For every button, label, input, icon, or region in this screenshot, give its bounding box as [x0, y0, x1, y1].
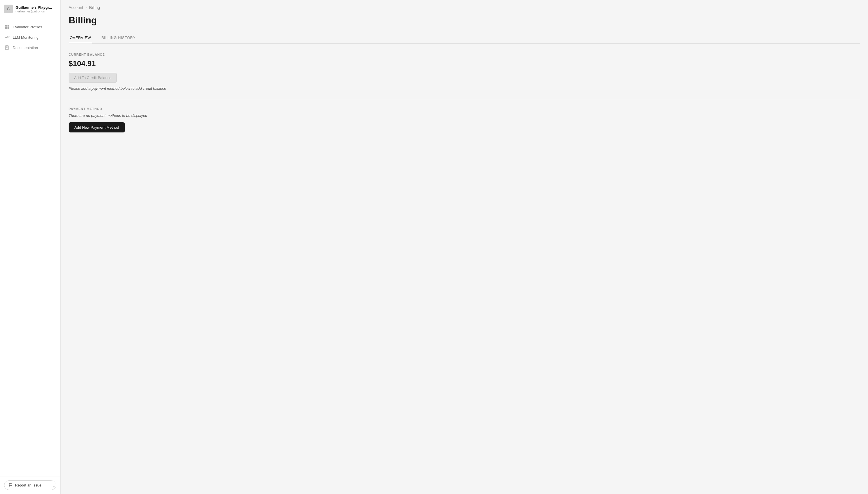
hint-text: Please add a payment method below to add… [68, 86, 860, 91]
sidebar-item-evaluator-profiles[interactable]: Evaluator Profiles [0, 22, 60, 32]
report-issue-button[interactable]: Report an Issue [4, 480, 56, 490]
sidebar-header[interactable]: G Guillaume's Playgr... guillaume@patron… [0, 0, 60, 18]
page-body: Billing OVERVIEW BILLING HISTORY CURRENT… [61, 15, 868, 144]
sidebar-nav: Evaluator Profiles LLM Monitoring Docume… [0, 18, 60, 476]
sidebar-item-label-llm-monitoring: LLM Monitoring [13, 35, 39, 40]
breadcrumb: Account › Billing [61, 0, 868, 15]
tabs: OVERVIEW BILLING HISTORY [68, 33, 860, 43]
current-balance-label: CURRENT BALANCE [68, 53, 860, 56]
svg-rect-1 [7, 25, 9, 26]
tab-overview[interactable]: OVERVIEW [68, 33, 92, 43]
sidebar-item-llm-monitoring[interactable]: LLM Monitoring [0, 32, 60, 42]
payment-method-section: PAYMENT METHOD There are no payment meth… [68, 107, 860, 132]
collapse-sidebar-button[interactable]: « [50, 483, 57, 491]
workspace-info: Guillaume's Playgr... guillaume@patronus… [16, 5, 52, 13]
workspace-email: guillaume@patronus... [16, 10, 52, 13]
report-issue-label: Report an Issue [15, 483, 41, 487]
breadcrumb-separator: › [86, 5, 87, 10]
balance-amount: $104.91 [68, 59, 860, 68]
current-balance-section: CURRENT BALANCE $104.91 Add To Credit Ba… [68, 53, 860, 91]
breadcrumb-current: Billing [89, 5, 100, 10]
flag-icon [8, 483, 13, 487]
payment-method-label: PAYMENT METHOD [68, 107, 860, 111]
no-payment-text: There are no payment methods to be displ… [68, 113, 860, 118]
section-divider [68, 100, 860, 100]
workspace-name: Guillaume's Playgr... [16, 5, 52, 10]
add-new-payment-method-button[interactable]: Add New Payment Method [68, 122, 125, 132]
sidebar: G Guillaume's Playgr... guillaume@patron… [0, 0, 61, 494]
activity-icon [5, 35, 10, 40]
chevrons-left-icon: « [53, 484, 55, 489]
svg-rect-3 [7, 27, 9, 29]
tab-billing-history[interactable]: BILLING HISTORY [100, 33, 137, 43]
sidebar-item-documentation[interactable]: Documentation [0, 42, 60, 53]
svg-rect-2 [5, 27, 7, 29]
sidebar-item-label-evaluator-profiles: Evaluator Profiles [13, 25, 42, 29]
book-icon [5, 45, 10, 50]
add-to-credit-balance-button[interactable]: Add To Credit Balance [68, 73, 117, 83]
page-title: Billing [68, 15, 860, 26]
breadcrumb-parent[interactable]: Account [68, 5, 83, 10]
main-content: Account › Billing Billing OVERVIEW BILLI… [61, 0, 868, 494]
grid-icon [5, 24, 10, 30]
avatar: G [4, 5, 13, 13]
svg-rect-0 [5, 25, 7, 26]
sidebar-item-label-documentation: Documentation [13, 45, 38, 50]
